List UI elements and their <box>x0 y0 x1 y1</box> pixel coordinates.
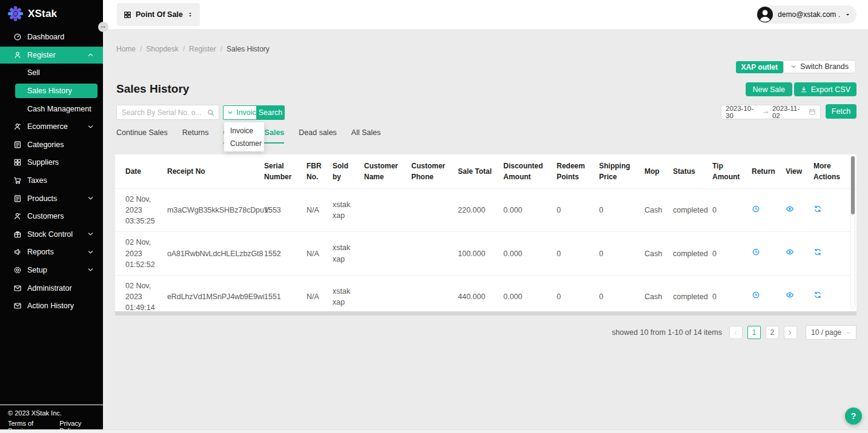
col-shipping-price: Shipping Price <box>594 154 640 189</box>
brand-logo[interactable]: XStak <box>7 5 57 22</box>
sidebar-item-dashboard[interactable]: Dashboard <box>0 28 103 46</box>
grid-icon <box>13 158 22 167</box>
sync-icon[interactable] <box>813 291 822 299</box>
cell-fbr-no: N/A <box>302 189 328 232</box>
cell-status: completed <box>668 189 707 232</box>
sidebar-item-reports[interactable]: Reports <box>0 243 103 262</box>
cell-return-action <box>747 232 781 275</box>
chev-up-icon <box>87 51 94 58</box>
date-from: 2023-10-30 <box>726 105 760 119</box>
view-icon[interactable] <box>786 205 794 213</box>
sidebar-item-stock-control[interactable]: Stock Control <box>0 225 103 243</box>
sidebar-item-sell[interactable]: Sell <box>0 64 103 82</box>
megaphone-icon <box>13 248 22 256</box>
breadcrumb-item-shopdesk[interactable]: Shopdesk <box>146 45 178 53</box>
apps-grid-icon <box>124 11 131 19</box>
sidebar-item-label: Suppliers <box>27 158 59 167</box>
sidebar-item-label: Reports <box>27 248 54 256</box>
app-selector[interactable]: Point Of Sale <box>117 3 200 26</box>
cell-sale-total: 440.000 <box>453 275 499 316</box>
breadcrumb-item-sales-history[interactable]: Sales History <box>227 45 270 53</box>
dropdown-option-customer[interactable]: Customer <box>224 137 264 150</box>
sort-arrows-icon <box>187 11 193 18</box>
page-size-select[interactable]: 10 / page <box>806 325 856 340</box>
main-content: Home/Shopdesk/Register/Sales History XAP… <box>103 29 868 433</box>
view-icon[interactable] <box>786 291 794 299</box>
cell-mop: Cash <box>640 189 668 232</box>
fetch-button[interactable]: Fetch <box>826 104 856 119</box>
app-selector-label: Point Of Sale <box>136 10 183 19</box>
chev-down-icon <box>87 266 94 273</box>
cell-sync-action <box>809 232 856 275</box>
chevron-down-icon <box>227 110 233 116</box>
sidebar-item-products[interactable]: Products <box>0 190 103 208</box>
sidebar-item-cash-management[interactable]: Cash Management <box>0 100 103 118</box>
switch-brands-button[interactable]: Switch Brands <box>783 60 856 73</box>
sidebar-item-administrator[interactable]: Administrator <box>0 279 103 297</box>
sidebar-item-label: Categories <box>27 140 64 149</box>
cell-customer-phone <box>406 189 453 232</box>
export-csv-button[interactable]: Export CSV <box>794 82 856 96</box>
tab-continue-sales[interactable]: Continue Sales <box>116 128 168 144</box>
cell-view-action <box>781 189 809 232</box>
sidebar-item-categories[interactable]: Categories <box>0 136 103 154</box>
search-input[interactable] <box>117 108 207 117</box>
table-vertical-scrollbar[interactable] <box>850 156 855 308</box>
sidebar-footer: © 2023 XStak Inc. Terms of ServicePrivac… <box>0 405 103 433</box>
cell-receipt-no: m3aCWgB35kkSHBz78cDpuV <box>162 189 259 232</box>
breadcrumb-item-register[interactable]: Register <box>189 45 216 53</box>
dropdown-option-invoice[interactable]: Invoice <box>224 124 264 137</box>
return-icon[interactable] <box>752 248 760 256</box>
user-menu[interactable]: demo@xstak.com . <box>756 5 856 24</box>
sidebar: XStak DashboardRegisterSellSales History… <box>0 0 103 433</box>
search-button[interactable]: Search <box>256 105 285 120</box>
sidebar-item-taxes[interactable]: Taxes <box>0 171 103 190</box>
cell-shipping-price: 0 <box>594 189 640 232</box>
sidebar-item-ecommerce[interactable]: Ecommerce <box>0 117 103 136</box>
user-tag-icon <box>13 122 22 131</box>
cell-shipping-price: 0 <box>594 275 640 316</box>
sidebar-item-register[interactable]: Register <box>0 47 103 64</box>
date-range-picker[interactable]: 2023-10-30 2023-11-02 <box>721 105 821 119</box>
tab-dead-sales[interactable]: Dead sales <box>299 128 337 144</box>
cell-discounted-amount: 0.000 <box>499 189 552 232</box>
col-sale-total: Sale Total <box>453 154 499 189</box>
table-horizontal-scrollbar[interactable] <box>115 311 856 316</box>
download-icon <box>800 86 807 93</box>
new-sale-button[interactable]: New Sale <box>746 82 793 96</box>
page-horizontal-scrollbar[interactable] <box>0 429 868 433</box>
table-row: 02 Nov, 2023 01:52:52oA81RwbNvLdcHLELzbz… <box>115 232 856 275</box>
view-icon[interactable] <box>786 248 794 256</box>
return-icon[interactable] <box>752 205 760 213</box>
cell-sync-action <box>809 275 856 316</box>
cell-mop: Cash <box>640 232 668 275</box>
sync-icon[interactable] <box>813 205 822 213</box>
pagination-prev-button[interactable] <box>729 326 743 339</box>
topbar: Point Of Sale demo@xstak.com . <box>103 0 868 29</box>
pagination-page-2[interactable]: 2 <box>766 326 779 339</box>
cell-date: 02 Nov, 2023 03:35:25 <box>115 189 162 232</box>
breadcrumb-item-home[interactable]: Home <box>116 45 136 53</box>
sidebar-item-setup[interactable]: Setup <box>0 261 103 279</box>
tab-all-sales[interactable]: All Sales <box>351 128 381 144</box>
sidebar-item-sales-history[interactable]: Sales History <box>0 82 103 100</box>
cell-tip-amount: 0 <box>707 189 747 232</box>
cell-shipping-price: 0 <box>594 232 640 275</box>
cell-return-action <box>747 189 781 232</box>
brand-name: XStak <box>28 8 57 20</box>
tab-returns[interactable]: Returns <box>182 128 209 144</box>
pagination-page-1[interactable]: 1 <box>747 326 761 339</box>
sync-icon[interactable] <box>813 248 822 256</box>
chevron-left-icon <box>733 330 738 335</box>
sidebar-item-label: Dashboard <box>27 33 64 41</box>
return-icon[interactable] <box>752 291 760 299</box>
sidebar-item-customers[interactable]: Customers <box>0 207 103 225</box>
sidebar-item-action-history[interactable]: Action History <box>0 297 103 315</box>
sidebar-collapse-toggle[interactable]: ‹› <box>98 22 108 32</box>
col-mop: Mop <box>640 154 668 189</box>
switch-brands-label: Switch Brands <box>800 62 849 71</box>
cell-status: completed <box>668 275 707 316</box>
sidebar-item-suppliers[interactable]: Suppliers <box>0 154 103 172</box>
pagination-next-button[interactable] <box>784 326 797 339</box>
help-button[interactable]: ? <box>845 408 862 425</box>
